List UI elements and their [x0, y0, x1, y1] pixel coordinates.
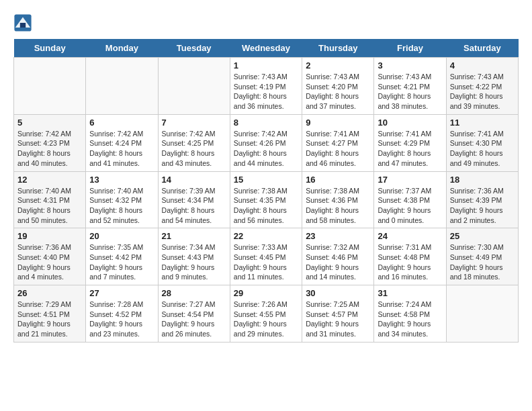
day-info: Sunrise: 7:28 AM Sunset: 4:52 PM Dayligh…	[89, 300, 154, 339]
day-info: Sunrise: 7:41 AM Sunset: 4:27 PM Dayligh…	[306, 129, 370, 169]
day-number: 14	[162, 175, 226, 185]
calendar-body: 1Sunrise: 7:43 AM Sunset: 4:19 PM Daylig…	[14, 58, 519, 342]
calendar-cell: 11Sunrise: 7:41 AM Sunset: 4:30 PM Dayli…	[446, 114, 518, 171]
day-info: Sunrise: 7:38 AM Sunset: 4:35 PM Dayligh…	[234, 186, 298, 226]
day-header-tuesday: Tuesday	[158, 39, 230, 58]
calendar-cell: 19Sunrise: 7:36 AM Sunset: 4:40 PM Dayli…	[14, 228, 86, 285]
calendar-cell: 14Sunrise: 7:39 AM Sunset: 4:34 PM Dayli…	[158, 171, 230, 228]
calendar-cell: 17Sunrise: 7:37 AM Sunset: 4:38 PM Dayli…	[374, 171, 446, 228]
calendar-cell	[158, 58, 230, 115]
day-number: 31	[378, 288, 442, 298]
calendar-cell: 15Sunrise: 7:38 AM Sunset: 4:35 PM Dayli…	[230, 171, 302, 228]
day-number: 7	[162, 118, 226, 128]
day-number: 23	[306, 231, 370, 241]
logo-icon	[13, 13, 32, 32]
day-info: Sunrise: 7:33 AM Sunset: 4:45 PM Dayligh…	[234, 242, 298, 282]
day-number: 29	[234, 288, 298, 298]
day-number: 19	[17, 231, 82, 241]
calendar-cell: 16Sunrise: 7:38 AM Sunset: 4:36 PM Dayli…	[302, 171, 374, 228]
day-number: 4	[450, 60, 515, 71]
day-info: Sunrise: 7:24 AM Sunset: 4:58 PM Dayligh…	[378, 300, 442, 339]
day-info: Sunrise: 7:35 AM Sunset: 4:42 PM Dayligh…	[89, 242, 154, 282]
day-info: Sunrise: 7:42 AM Sunset: 4:23 PM Dayligh…	[17, 129, 82, 169]
day-header-sunday: Sunday	[14, 39, 86, 58]
calendar-cell: 31Sunrise: 7:24 AM Sunset: 4:58 PM Dayli…	[374, 285, 446, 342]
calendar-cell: 20Sunrise: 7:35 AM Sunset: 4:42 PM Dayli…	[86, 228, 158, 285]
day-info: Sunrise: 7:43 AM Sunset: 4:22 PM Dayligh…	[450, 72, 515, 111]
day-info: Sunrise: 7:32 AM Sunset: 4:46 PM Dayligh…	[306, 242, 370, 282]
calendar-cell: 7Sunrise: 7:42 AM Sunset: 4:25 PM Daylig…	[158, 114, 230, 171]
calendar-cell: 23Sunrise: 7:32 AM Sunset: 4:46 PM Dayli…	[302, 228, 374, 285]
day-number: 11	[450, 118, 515, 128]
calendar-cell: 9Sunrise: 7:41 AM Sunset: 4:27 PM Daylig…	[302, 114, 374, 171]
calendar-cell: 22Sunrise: 7:33 AM Sunset: 4:45 PM Dayli…	[230, 228, 302, 285]
week-row-0: 1Sunrise: 7:43 AM Sunset: 4:19 PM Daylig…	[14, 58, 519, 115]
day-header-wednesday: Wednesday	[230, 39, 302, 58]
calendar-cell: 4Sunrise: 7:43 AM Sunset: 4:22 PM Daylig…	[446, 58, 518, 115]
day-info: Sunrise: 7:26 AM Sunset: 4:55 PM Dayligh…	[234, 300, 298, 339]
days-header-row: SundayMondayTuesdayWednesdayThursdayFrid…	[14, 39, 519, 58]
day-header-saturday: Saturday	[446, 39, 518, 58]
day-info: Sunrise: 7:27 AM Sunset: 4:54 PM Dayligh…	[162, 300, 226, 339]
day-info: Sunrise: 7:41 AM Sunset: 4:30 PM Dayligh…	[450, 129, 515, 169]
day-info: Sunrise: 7:34 AM Sunset: 4:43 PM Dayligh…	[162, 242, 226, 282]
day-info: Sunrise: 7:42 AM Sunset: 4:26 PM Dayligh…	[234, 129, 298, 169]
calendar-cell: 5Sunrise: 7:42 AM Sunset: 4:23 PM Daylig…	[14, 114, 86, 171]
calendar-cell: 18Sunrise: 7:36 AM Sunset: 4:39 PM Dayli…	[446, 171, 518, 228]
calendar-cell: 30Sunrise: 7:25 AM Sunset: 4:57 PM Dayli…	[302, 285, 374, 342]
day-number: 16	[306, 175, 370, 185]
day-number: 15	[234, 175, 298, 185]
day-number: 6	[89, 118, 154, 128]
calendar-cell: 6Sunrise: 7:42 AM Sunset: 4:24 PM Daylig…	[86, 114, 158, 171]
calendar-cell: 12Sunrise: 7:40 AM Sunset: 4:31 PM Dayli…	[14, 171, 86, 228]
calendar-cell	[446, 285, 518, 342]
week-row-1: 5Sunrise: 7:42 AM Sunset: 4:23 PM Daylig…	[14, 114, 519, 171]
calendar-cell: 28Sunrise: 7:27 AM Sunset: 4:54 PM Dayli…	[158, 285, 230, 342]
day-number: 1	[234, 60, 298, 71]
day-number: 24	[378, 231, 442, 241]
calendar-cell	[86, 58, 158, 115]
day-number: 25	[450, 231, 515, 241]
day-number: 5	[17, 118, 82, 128]
day-info: Sunrise: 7:42 AM Sunset: 4:25 PM Dayligh…	[162, 129, 226, 169]
calendar-cell	[14, 58, 86, 115]
calendar-cell: 26Sunrise: 7:29 AM Sunset: 4:51 PM Dayli…	[14, 285, 86, 342]
day-info: Sunrise: 7:31 AM Sunset: 4:48 PM Dayligh…	[378, 242, 442, 282]
week-row-2: 12Sunrise: 7:40 AM Sunset: 4:31 PM Dayli…	[14, 171, 519, 228]
calendar-cell: 2Sunrise: 7:43 AM Sunset: 4:20 PM Daylig…	[302, 58, 374, 115]
calendar-cell: 27Sunrise: 7:28 AM Sunset: 4:52 PM Dayli…	[86, 285, 158, 342]
day-number: 17	[378, 175, 442, 185]
day-number: 21	[162, 231, 226, 241]
day-info: Sunrise: 7:42 AM Sunset: 4:24 PM Dayligh…	[89, 129, 154, 169]
day-number: 2	[306, 60, 370, 71]
day-number: 8	[234, 118, 298, 128]
calendar-table: SundayMondayTuesdayWednesdayThursdayFrid…	[13, 39, 519, 342]
day-info: Sunrise: 7:36 AM Sunset: 4:39 PM Dayligh…	[450, 186, 515, 226]
day-info: Sunrise: 7:29 AM Sunset: 4:51 PM Dayligh…	[17, 300, 82, 339]
calendar-cell: 8Sunrise: 7:42 AM Sunset: 4:26 PM Daylig…	[230, 114, 302, 171]
day-info: Sunrise: 7:40 AM Sunset: 4:31 PM Dayligh…	[17, 186, 82, 226]
day-header-friday: Friday	[374, 39, 446, 58]
day-info: Sunrise: 7:38 AM Sunset: 4:36 PM Dayligh…	[306, 186, 370, 226]
day-info: Sunrise: 7:40 AM Sunset: 4:32 PM Dayligh…	[89, 186, 154, 226]
day-number: 3	[378, 60, 442, 71]
calendar-cell: 13Sunrise: 7:40 AM Sunset: 4:32 PM Dayli…	[86, 171, 158, 228]
day-header-thursday: Thursday	[302, 39, 374, 58]
day-number: 22	[234, 231, 298, 241]
day-info: Sunrise: 7:39 AM Sunset: 4:34 PM Dayligh…	[162, 186, 226, 226]
day-number: 28	[162, 288, 226, 298]
calendar-cell: 29Sunrise: 7:26 AM Sunset: 4:55 PM Dayli…	[230, 285, 302, 342]
day-info: Sunrise: 7:37 AM Sunset: 4:38 PM Dayligh…	[378, 186, 442, 226]
day-header-monday: Monday	[86, 39, 158, 58]
week-row-4: 26Sunrise: 7:29 AM Sunset: 4:51 PM Dayli…	[14, 285, 519, 342]
svg-rect-2	[20, 23, 26, 28]
calendar-cell: 21Sunrise: 7:34 AM Sunset: 4:43 PM Dayli…	[158, 228, 230, 285]
day-number: 30	[306, 288, 370, 298]
day-info: Sunrise: 7:43 AM Sunset: 4:20 PM Dayligh…	[306, 72, 370, 111]
day-number: 26	[17, 288, 82, 298]
week-row-3: 19Sunrise: 7:36 AM Sunset: 4:40 PM Dayli…	[14, 228, 519, 285]
calendar-cell: 24Sunrise: 7:31 AM Sunset: 4:48 PM Dayli…	[374, 228, 446, 285]
day-info: Sunrise: 7:36 AM Sunset: 4:40 PM Dayligh…	[17, 242, 82, 282]
day-number: 27	[89, 288, 154, 298]
day-info: Sunrise: 7:25 AM Sunset: 4:57 PM Dayligh…	[306, 300, 370, 339]
